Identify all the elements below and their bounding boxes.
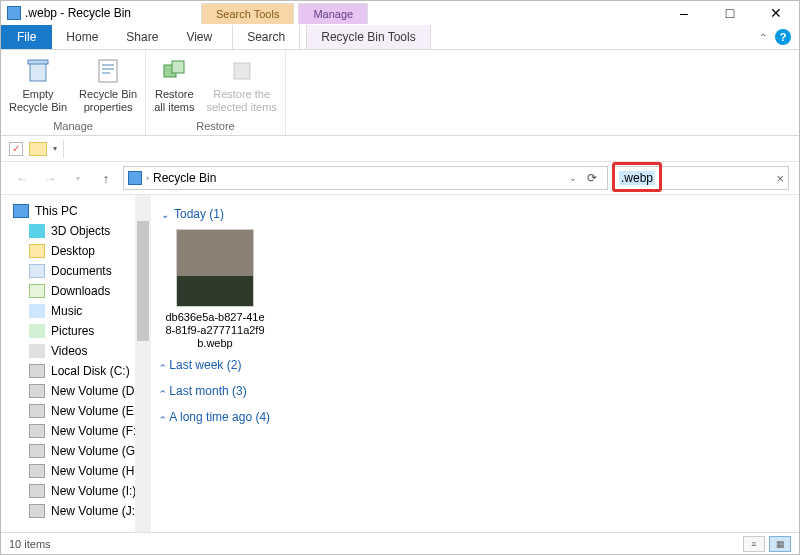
scrollbar[interactable] — [135, 195, 151, 532]
this-pc-icon — [13, 204, 29, 218]
svg-rect-8 — [234, 63, 250, 79]
chevron-down-icon: ⌄ — [161, 209, 169, 220]
group-label: A long time ago (4) — [169, 410, 270, 424]
back-button[interactable]: ← — [11, 167, 33, 189]
tab-recycle-bin-tools[interactable]: Recycle Bin Tools — [306, 25, 431, 49]
qat-checkbox-icon[interactable]: ✓ — [9, 142, 23, 156]
nav-drive-d[interactable]: New Volume (D:)› — [1, 381, 151, 401]
search-input[interactable]: .webp × — [614, 166, 789, 190]
breadcrumb-recycle-bin[interactable]: Recycle Bin — [153, 171, 216, 185]
nav-videos[interactable]: Videos — [1, 341, 151, 361]
location-icon — [128, 171, 142, 185]
maximize-button[interactable]: □ — [707, 1, 753, 25]
downloads-icon — [29, 284, 45, 298]
collapse-ribbon-icon[interactable]: ⌃ — [759, 32, 767, 43]
nav-pictures[interactable]: Pictures — [1, 321, 151, 341]
drive-icon — [29, 464, 45, 478]
pictures-icon — [29, 324, 45, 338]
minimize-button[interactable]: – — [661, 1, 707, 25]
nav-drive-j[interactable]: New Volume (J:)› — [1, 501, 151, 521]
address-dropdown-icon[interactable]: ⌄ — [569, 173, 577, 183]
details-view-button[interactable]: ≡ — [743, 536, 765, 552]
tab-home[interactable]: Home — [52, 25, 112, 49]
tab-file[interactable]: File — [1, 25, 52, 49]
address-bar[interactable]: › Recycle Bin ⌄ ⟳ — [123, 166, 608, 190]
search-value: .webp — [619, 171, 655, 185]
nav-drive-i[interactable]: New Volume (I:)› — [1, 481, 151, 501]
drive-icon — [29, 424, 45, 438]
tab-view[interactable]: View — [172, 25, 226, 49]
label: Restore the selected items — [207, 88, 277, 114]
separator — [63, 140, 64, 158]
nav-3d-objects[interactable]: 3D Objects — [1, 221, 151, 241]
chevron-right-icon: › — [157, 363, 168, 366]
context-tab-manage[interactable]: Manage — [298, 3, 368, 24]
ribbon-help-area: ⌃ ? — [759, 25, 799, 49]
forward-button[interactable]: → — [39, 167, 61, 189]
drive-icon — [29, 484, 45, 498]
qat-folder-icon[interactable] — [29, 142, 47, 156]
file-name: db636e5a-b827-41e8-81f9-a277711a2f9b.web… — [165, 311, 265, 350]
close-button[interactable]: ✕ — [753, 1, 799, 25]
group-last-week[interactable]: › Last week (2) — [161, 352, 789, 378]
up-button[interactable]: ↑ — [95, 167, 117, 189]
drive-icon — [29, 384, 45, 398]
label: New Volume (I:) — [51, 484, 136, 498]
svg-rect-4 — [102, 68, 114, 70]
thumbnails-view-button[interactable]: ▦ — [769, 536, 791, 552]
videos-icon — [29, 344, 45, 358]
window-controls: – □ ✕ — [661, 1, 799, 25]
label: Local Disk (C:) — [51, 364, 130, 378]
nav-drive-g[interactable]: New Volume (G:)› — [1, 441, 151, 461]
tab-share[interactable]: Share — [112, 25, 172, 49]
group-last-month[interactable]: › Last month (3) — [161, 378, 789, 404]
label: New Volume (F:) — [51, 424, 140, 438]
context-tab-search-tools[interactable]: Search Tools — [201, 3, 294, 24]
window-title: .webp - Recycle Bin — [1, 1, 201, 25]
clear-search-icon[interactable]: × — [776, 171, 784, 186]
nav-drive-h[interactable]: New Volume (H:)› — [1, 461, 151, 481]
nav-this-pc[interactable]: This PC — [1, 201, 151, 221]
nav-drive-e[interactable]: New Volume (E:)› — [1, 401, 151, 421]
file-item[interactable]: db636e5a-b827-41e8-81f9-a277711a2f9b.web… — [165, 229, 265, 350]
tab-search[interactable]: Search — [232, 25, 300, 49]
empty-recycle-bin-button[interactable]: Empty Recycle Bin — [5, 54, 71, 116]
qat-dropdown-icon[interactable]: ▾ — [53, 144, 57, 153]
refresh-button[interactable]: ⟳ — [581, 171, 603, 185]
empty-bin-icon — [23, 56, 53, 86]
history-dropdown-icon[interactable]: ▾ — [67, 167, 89, 189]
scrollbar-thumb[interactable] — [137, 221, 149, 341]
svg-rect-1 — [28, 60, 48, 64]
contextual-tabs: Search Tools Manage — [201, 1, 368, 25]
label: Pictures — [51, 324, 94, 338]
ribbon-group-manage: Empty Recycle Bin Recycle Bin properties… — [1, 50, 146, 135]
nav-desktop[interactable]: Desktop — [1, 241, 151, 261]
group-label-manage: Manage — [53, 118, 93, 135]
label: This PC — [35, 204, 78, 218]
music-icon — [29, 304, 45, 318]
nav-documents[interactable]: Documents — [1, 261, 151, 281]
main-area: This PC 3D Objects Desktop Documents Dow… — [1, 194, 799, 532]
group-today[interactable]: ⌄ Today (1) — [161, 201, 789, 227]
label: New Volume (G:) — [51, 444, 142, 458]
chevron-right-icon[interactable]: › — [146, 173, 149, 183]
nav-drive-f[interactable]: New Volume (F:)› — [1, 421, 151, 441]
label: New Volume (J:) — [51, 504, 139, 518]
nav-downloads[interactable]: Downloads — [1, 281, 151, 301]
file-thumbnail — [176, 229, 254, 307]
restore-all-button[interactable]: Restore all items — [150, 54, 198, 116]
drive-icon — [29, 444, 45, 458]
restore-selected-button: Restore the selected items — [203, 54, 281, 116]
svg-rect-3 — [102, 64, 114, 66]
help-icon[interactable]: ? — [775, 29, 791, 45]
group-label: Last week (2) — [169, 358, 241, 372]
restore-all-icon — [159, 56, 189, 86]
content-pane: ⌄ Today (1) db636e5a-b827-41e8-81f9-a277… — [151, 195, 799, 532]
ribbon-body: Empty Recycle Bin Recycle Bin properties… — [1, 50, 799, 136]
recycle-bin-icon — [7, 6, 21, 20]
recycle-bin-properties-button[interactable]: Recycle Bin properties — [75, 54, 141, 116]
nav-music[interactable]: Music — [1, 301, 151, 321]
nav-local-disk-c[interactable]: Local Disk (C:) — [1, 361, 151, 381]
navigation-pane: This PC 3D Objects Desktop Documents Dow… — [1, 195, 151, 532]
group-long-ago[interactable]: › A long time ago (4) — [161, 404, 789, 430]
